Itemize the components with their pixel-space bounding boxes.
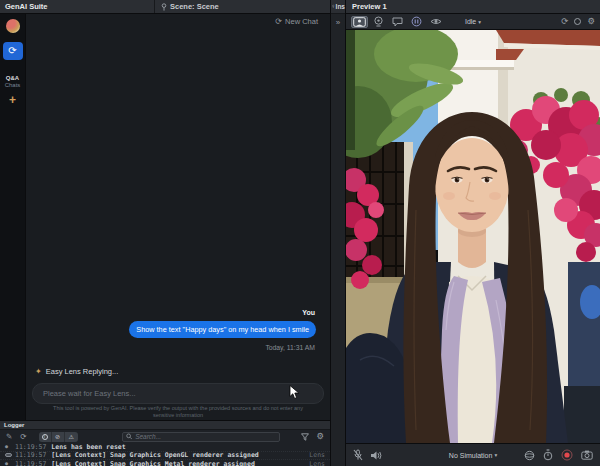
reset-circle-icon[interactable] — [574, 18, 581, 25]
preview-audio-controls — [353, 449, 382, 461]
inspector-collapsed-rail: Ins » — [330, 0, 346, 466]
log-row-list: ● 11:19:57 Lens has been reset 11:19:57 … — [0, 443, 330, 466]
logger-toolbar-right: ⚙ — [301, 432, 324, 441]
sender-label: You — [302, 309, 315, 316]
panorama-icon[interactable] — [524, 450, 535, 461]
chat-input-container — [32, 383, 324, 404]
log-tag: Lens — [309, 460, 325, 466]
replying-status: ✦ Easy Lens Replying... — [35, 367, 118, 376]
lens-context-icon — [5, 453, 15, 458]
logger-panel: Logger ✎ ⟳ i ⊘ ⚠ ⚙ ● 11:19:57 Lens has b… — [0, 420, 330, 466]
log-search-container — [122, 432, 280, 442]
logger-settings-icon[interactable]: ⚙ — [316, 432, 324, 441]
preview-toolbar: Idle ▾ ⟳ ⚙ — [346, 14, 600, 30]
replying-label: Easy Lens Replying... — [46, 367, 119, 376]
log-time: 11:19:57 — [15, 451, 46, 459]
eye-icon — [430, 17, 442, 26]
timer-icon[interactable] — [543, 449, 553, 461]
logger-toolbar: ✎ ⟳ i ⊘ ⚠ ⚙ — [0, 430, 330, 443]
qa-label: Q&A — [6, 75, 19, 81]
info-icon: i — [42, 434, 48, 440]
preview-panel: Preview 1 Idle — [346, 0, 600, 466]
scene-tab-label: Scene: Scene — [170, 2, 219, 11]
easy-lens-icon: ✦ — [35, 367, 42, 376]
chats-label: Chats — [5, 82, 21, 88]
tab-inspector[interactable]: Ins — [331, 0, 345, 14]
camera-preview-image — [346, 30, 600, 443]
search-icon — [126, 433, 133, 440]
microphone-muted-icon[interactable] — [353, 449, 363, 461]
filter-error-button[interactable]: ⊘ — [52, 432, 65, 442]
snapshot-camera-icon[interactable] — [581, 450, 593, 460]
genai-suite-panel-title: GenAI Suite — [0, 0, 155, 13]
new-chat-button[interactable]: ⟳ New Chat — [275, 17, 318, 26]
log-filter-group: i ⊘ ⚠ — [39, 432, 78, 442]
filter-funnel-icon[interactable] — [301, 433, 309, 441]
preview-settings-icon[interactable]: ⚙ — [587, 17, 595, 26]
preview-panel-title: Preview 1 — [346, 0, 600, 14]
lens-studio-window: GenAI Suite Scene: Scene ⟳ Q&A Chats + ⟳… — [0, 0, 600, 466]
chevron-down-icon: ▾ — [494, 452, 497, 458]
log-dot-icon: ● — [5, 461, 15, 466]
log-message: Lens has been reset — [51, 443, 125, 451]
eye-button[interactable] — [427, 16, 444, 28]
inspector-tab-label: Ins — [336, 3, 345, 10]
log-message: [Lens Context] Snap Graphics OpenGL rend… — [51, 451, 258, 459]
auto-clear-icon[interactable]: ⟳ — [20, 433, 26, 441]
genai-chat-panel: ⟳ New Chat You Show the text "Happy days… — [26, 14, 330, 420]
genai-disclaimer: This tool is powered by GenAI. Please ve… — [50, 405, 306, 418]
camera-feed-button[interactable] — [351, 16, 368, 28]
log-row[interactable]: 11:19:57 [Lens Context] Snap Graphics Op… — [0, 452, 330, 461]
preview-viewport — [346, 30, 600, 443]
interaction-state-dropdown[interactable]: Idle ▾ — [465, 18, 481, 25]
log-row[interactable]: ● 11:19:57 Lens has been reset — [0, 443, 330, 452]
pause-button[interactable] — [408, 16, 425, 28]
filter-warning-button[interactable]: ⚠ — [65, 432, 78, 442]
log-time: 11:19:57 — [15, 460, 46, 466]
log-tag: Lens — [309, 451, 325, 459]
preview-toolbar-right: ⟳ ⚙ — [561, 17, 595, 26]
genai-sidebar: ⟳ Q&A Chats + — [0, 14, 26, 420]
add-chat-button[interactable]: + — [9, 95, 16, 105]
chat-refresh-icon: ⟳ — [8, 46, 16, 56]
tab-scene[interactable]: Scene: Scene — [155, 0, 330, 13]
simulation-label: No Simulation — [449, 452, 493, 459]
warning-icon: ⚠ — [68, 433, 73, 440]
log-dot-icon: ● — [5, 444, 15, 449]
pause-icon — [411, 16, 422, 27]
log-message: [Lens Context] Snap Graphics Metal rende… — [51, 460, 255, 466]
expand-panel-button[interactable]: » — [331, 18, 345, 27]
user-message-bubble: Show the text "Happy days" on my head wh… — [129, 321, 316, 338]
new-chat-label: New Chat — [285, 17, 318, 26]
chat-input[interactable] — [43, 389, 313, 398]
log-row[interactable]: ● 11:19:57 [Lens Context] Snap Graphics … — [0, 460, 330, 466]
log-search-input[interactable] — [135, 433, 275, 440]
preview-bottom-bar: No Simulation ▾ — [346, 443, 600, 466]
webcam-button[interactable] — [370, 16, 387, 28]
speech-bubble-button[interactable] — [389, 16, 406, 28]
webcam-icon — [373, 16, 384, 27]
pin-icon — [332, 3, 335, 10]
speaker-icon[interactable] — [370, 450, 382, 461]
qa-chats-tool-button[interactable]: ⟳ — [3, 42, 23, 60]
clear-log-icon[interactable]: ✎ — [6, 433, 12, 441]
pin-icon — [161, 3, 167, 11]
log-time: 11:19:57 — [15, 443, 46, 451]
message-timestamp: Today, 11:31 AM — [265, 344, 315, 351]
error-icon: ⊘ — [55, 433, 60, 440]
speech-bubble-icon — [392, 17, 403, 27]
panel-header-row: GenAI Suite Scene: Scene — [0, 0, 330, 14]
new-chat-icon: ⟳ — [275, 17, 282, 26]
simulation-dropdown[interactable]: No Simulation ▾ — [449, 452, 497, 459]
camera-person-icon — [353, 17, 366, 27]
logger-panel-title: Logger — [0, 421, 330, 430]
genai-logo-icon[interactable] — [6, 19, 20, 33]
preview-capture-controls — [524, 449, 593, 461]
state-label: Idle — [465, 18, 476, 25]
mouse-cursor — [289, 385, 300, 400]
preview-mode-group — [351, 16, 444, 28]
refresh-icon[interactable]: ⟳ — [561, 17, 568, 26]
filter-info-button[interactable]: i — [39, 432, 52, 442]
chevron-down-icon: ▾ — [478, 19, 481, 25]
record-button-icon[interactable] — [561, 449, 573, 461]
